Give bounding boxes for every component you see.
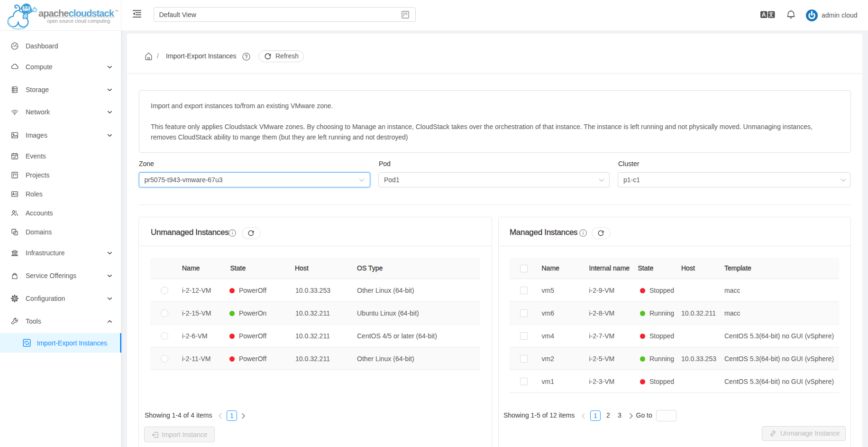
svg-text:A: A	[762, 11, 766, 18]
